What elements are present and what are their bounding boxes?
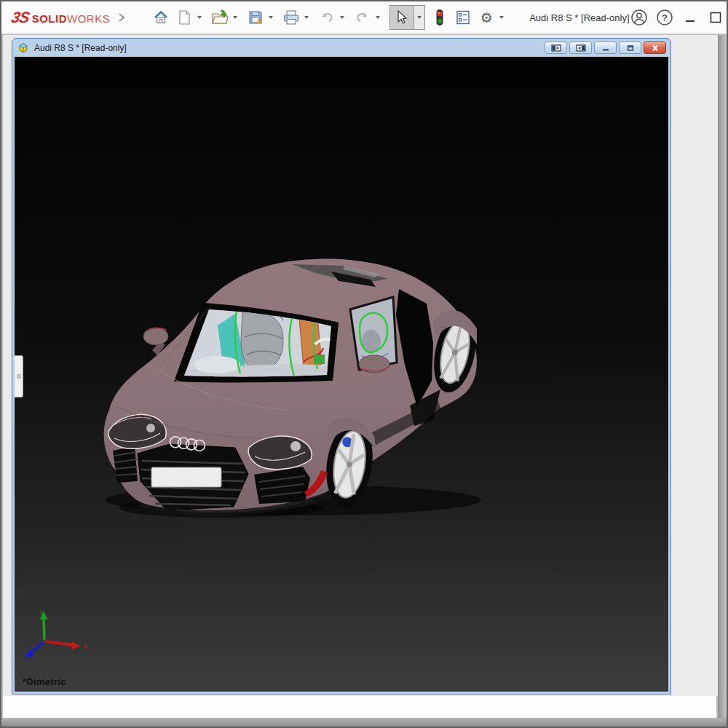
document-window-controls (545, 41, 666, 54)
redo-dropdown[interactable] (376, 16, 380, 19)
feature-list-button[interactable] (452, 5, 474, 30)
print-dropdown[interactable] (304, 16, 309, 19)
document-window: Audi R8 S * [Read-only] (12, 38, 671, 695)
settings-dropdown[interactable] (499, 16, 504, 19)
logo-3ds-mark: 3S (9, 9, 31, 26)
save-dropdown[interactable] (269, 16, 273, 19)
open-document-dropdown[interactable] (233, 16, 237, 19)
status-bar (3, 696, 716, 719)
logo-works: WORKS (67, 12, 110, 25)
undo-dropdown[interactable] (340, 16, 344, 19)
document-titlebar[interactable]: Audi R8 S * [Read-only] (12, 39, 670, 57)
account-icon (630, 9, 648, 26)
home-icon (153, 9, 169, 25)
select-cursor-icon (395, 10, 408, 25)
doc-close-icon (650, 44, 660, 52)
document-title: Audi R8 S * [Read-only] (34, 43, 127, 53)
new-document-icon (177, 9, 191, 25)
triad-x-label: X (83, 643, 87, 650)
redo-icon (355, 9, 371, 25)
window-bottom-frame (1, 718, 727, 727)
svg-text:?: ? (662, 12, 668, 23)
redo-button[interactable] (352, 5, 373, 30)
maximize-icon (708, 9, 724, 25)
doc-close-button[interactable] (644, 41, 666, 54)
new-document-dropdown[interactable] (197, 16, 202, 19)
toolbar-expander-arrow-icon[interactable] (111, 5, 132, 30)
undo-icon (319, 9, 335, 25)
solidworks-logo: 3S SOLID WORKS (12, 9, 110, 26)
account-button[interactable] (630, 8, 649, 27)
open-folder-icon (211, 9, 229, 25)
new-document-button[interactable] (173, 5, 195, 30)
minimize-button[interactable] (681, 8, 700, 27)
tile-left-pane-icon (551, 44, 561, 52)
application-window: 3S SOLID WORKS (0, 0, 728, 728)
select-tool-button[interactable] (390, 6, 414, 29)
help-icon: ? (656, 9, 673, 26)
doc-tile-left-button[interactable] (545, 41, 567, 54)
doc-minimize-icon (601, 44, 611, 52)
view-orientation-label: *Dimetric (23, 676, 66, 687)
license-plate (151, 467, 221, 487)
logo-solid: SOLID (32, 12, 67, 25)
graphics-viewport[interactable]: Y X *Dimetric (15, 57, 668, 692)
feature-manager-collapsed-tab[interactable] (15, 355, 23, 397)
select-tool-group (389, 5, 425, 30)
save-button[interactable]: ! (245, 5, 266, 30)
tile-right-pane-icon (576, 44, 586, 52)
maximize-button[interactable] (706, 8, 725, 27)
doc-minimize-button[interactable] (594, 41, 617, 54)
app-title: Audi R8 S * [Read-only] (529, 12, 629, 23)
doc-tile-right-button[interactable] (569, 41, 592, 54)
feature-list-icon (455, 9, 471, 25)
triad-y-label: Y (40, 609, 44, 617)
svg-text:!: ! (259, 19, 261, 23)
car-model-audi-r8[interactable] (97, 254, 505, 531)
open-document-button[interactable] (209, 5, 231, 30)
settings-button[interactable]: ⚙ (475, 5, 497, 30)
help-button[interactable]: ? (655, 8, 674, 27)
select-tool-dropdown[interactable] (414, 6, 424, 29)
home-button[interactable] (150, 5, 172, 30)
rebuild-button[interactable] (429, 5, 451, 30)
window-controls: ? (630, 8, 728, 27)
window-right-frame (718, 35, 727, 718)
orientation-triad: Y X (19, 609, 92, 676)
main-toolbar: 3S SOLID WORKS (1, 1, 727, 34)
feature-tab-handle-icon (17, 374, 21, 379)
part-document-icon (17, 42, 30, 54)
undo-button[interactable] (316, 5, 338, 30)
traffic-light-icon (435, 9, 445, 26)
print-icon (282, 9, 300, 25)
doc-restore-button[interactable] (619, 41, 641, 54)
save-icon: ! (248, 9, 264, 25)
minimize-icon (682, 9, 698, 25)
mdi-client-area: Audi R8 S * [Read-only] (3, 35, 719, 696)
doc-restore-icon (625, 44, 636, 52)
gear-icon: ⚙ (480, 11, 493, 25)
print-button[interactable] (280, 5, 302, 30)
